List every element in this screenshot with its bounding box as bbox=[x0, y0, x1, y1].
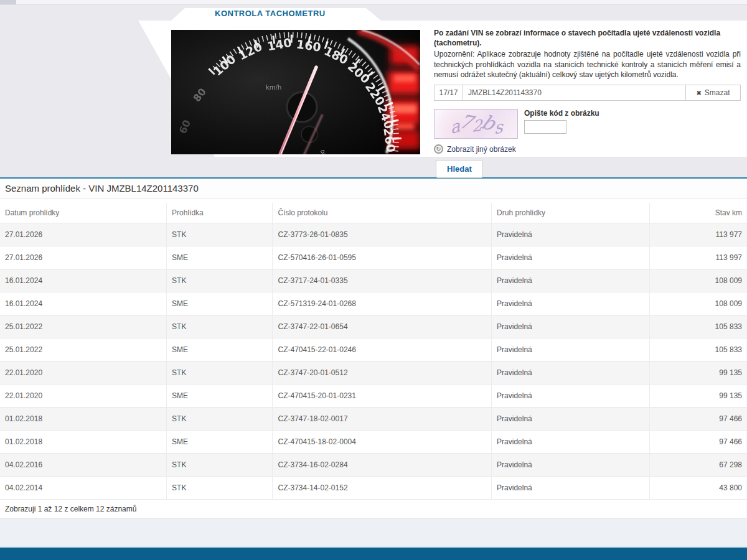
search-button[interactable]: Hledat bbox=[436, 160, 483, 178]
cell-inspection: STK bbox=[167, 315, 273, 338]
intro-warning: Upozornění: Aplikace zobrazuje hodnoty z… bbox=[434, 49, 741, 80]
top-strip bbox=[0, 0, 747, 5]
cell-km: 43 800 bbox=[650, 477, 747, 500]
cell-km: 67 298 bbox=[650, 454, 747, 477]
footer-bar bbox=[0, 548, 747, 560]
cell-type: Pravidelná bbox=[492, 477, 650, 500]
search-form: Po zadání VIN se zobrazí informace o sta… bbox=[434, 28, 741, 178]
cell-type: Pravidelná bbox=[492, 292, 650, 315]
cell-date: 01.02.2018 bbox=[0, 408, 167, 431]
cell-type: Pravidelná bbox=[492, 338, 650, 362]
table-row: 16.01.2024STKCZ-3717-24-01-0335Pravideln… bbox=[0, 269, 747, 292]
cell-km: 105 833 bbox=[650, 338, 747, 362]
table-row: 04.02.2014STKCZ-3734-14-02-0152Pravideln… bbox=[0, 477, 747, 500]
cell-km: 108 009 bbox=[650, 292, 747, 315]
captcha-code-text: a72bs bbox=[435, 110, 517, 138]
clear-button-label: Smazat bbox=[705, 88, 730, 97]
footer-strip bbox=[0, 518, 747, 548]
cell-inspection: SME bbox=[167, 292, 273, 315]
cell-protocol: CZ-3747-18-02-0017 bbox=[273, 408, 492, 431]
table-row: 27.01.2026SMECZ-570416-26-01-0595Pravide… bbox=[0, 246, 747, 269]
cell-date: 27.01.2026 bbox=[0, 246, 167, 269]
cell-date: 25.01.2022 bbox=[0, 338, 167, 362]
column-header-inspection: Prohlídka bbox=[167, 203, 273, 223]
page-title: KONTROLA TACHOMETRU bbox=[215, 9, 326, 18]
top-strip-corner bbox=[0, 0, 16, 4]
cell-protocol: CZ-3734-14-02-0152 bbox=[273, 477, 492, 500]
vin-char-counter: 17/17 bbox=[435, 85, 463, 100]
cell-date: 04.02.2016 bbox=[0, 454, 167, 477]
cell-inspection: SME bbox=[167, 431, 273, 454]
cell-protocol: CZ-3717-24-01-0335 bbox=[273, 269, 492, 292]
cell-km: 97 466 bbox=[650, 408, 747, 431]
table-row: 01.02.2018SMECZ-470415-18-02-0004Pravide… bbox=[0, 431, 747, 454]
cell-date: 22.01.2020 bbox=[0, 385, 167, 408]
table-row: 25.01.2022SMECZ-470415-22-01-0246Pravide… bbox=[0, 338, 747, 362]
captcha-zone: a72bs Opište kód z obrázku bbox=[434, 109, 741, 139]
inspections-table: Datum prohlídky Prohlídka Číslo protokol… bbox=[0, 203, 747, 499]
cell-date: 25.01.2022 bbox=[0, 315, 167, 338]
cell-protocol: CZ-470415-18-02-0004 bbox=[273, 431, 492, 454]
cell-protocol: CZ-3747-22-01-0654 bbox=[273, 315, 492, 338]
cell-type: Pravidelná bbox=[492, 315, 650, 338]
refresh-icon: ↻ bbox=[434, 144, 443, 154]
cell-type: Pravidelná bbox=[492, 223, 650, 246]
cell-inspection: SME bbox=[167, 246, 273, 269]
records-count-text: Zobrazuji 1 až 12 z celkem 12 záznamů bbox=[0, 499, 747, 518]
cell-km: 113 997 bbox=[650, 246, 747, 269]
cell-km: 97 466 bbox=[650, 431, 747, 454]
cell-km: 99 135 bbox=[650, 385, 747, 408]
vin-input[interactable] bbox=[463, 85, 685, 100]
refresh-captcha-link[interactable]: ↻ Zobrazit jiný obrázek bbox=[434, 144, 516, 154]
table-row: 04.02.2016STKCZ-3734-16-02-0284Pravideln… bbox=[0, 454, 747, 477]
cell-protocol: CZ-570416-26-01-0595 bbox=[273, 246, 492, 269]
cell-inspection: STK bbox=[167, 362, 273, 385]
table-row: 22.01.2020STKCZ-3747-20-01-0512Pravideln… bbox=[0, 362, 747, 385]
cell-km: 105 833 bbox=[650, 315, 747, 338]
cell-date: 04.02.2014 bbox=[0, 477, 167, 500]
clear-button[interactable]: ✖ Smazat bbox=[685, 85, 740, 100]
cell-date: 27.01.2026 bbox=[0, 223, 167, 246]
cell-type: Pravidelná bbox=[492, 362, 650, 385]
column-header-type: Druh prohlídky bbox=[492, 203, 650, 223]
table-header-row: Datum prohlídky Prohlídka Číslo protokol… bbox=[0, 203, 747, 223]
table-row: 27.01.2026STKCZ-3773-26-01-0835Pravideln… bbox=[0, 223, 747, 246]
cell-type: Pravidelná bbox=[492, 385, 650, 408]
cell-date: 16.01.2024 bbox=[0, 292, 167, 315]
gauge-unit-label: km/h bbox=[266, 84, 281, 91]
results-panel: Seznam prohlídek - VIN JMZBL14Z201143370… bbox=[0, 177, 747, 518]
intro-lead: Po zadání VIN se zobrazí informace o sta… bbox=[434, 28, 741, 48]
cell-km: 113 977 bbox=[650, 223, 747, 246]
column-header-km: Stav km bbox=[650, 203, 747, 223]
cell-km: 99 135 bbox=[650, 362, 747, 385]
page-header: KONTROLA TACHOMETRU bbox=[0, 0, 747, 177]
cell-type: Pravidelná bbox=[492, 408, 650, 431]
cell-inspection: STK bbox=[167, 408, 273, 431]
cell-type: Pravidelná bbox=[492, 431, 650, 454]
cell-protocol: CZ-470415-22-01-0246 bbox=[273, 338, 492, 362]
results-heading: Seznam prohlídek - VIN JMZBL14Z201143370 bbox=[0, 179, 747, 199]
table-row: 25.01.2022STKCZ-3747-22-01-0654Pravideln… bbox=[0, 315, 747, 338]
cell-inspection: STK bbox=[167, 269, 273, 292]
cell-inspection: SME bbox=[167, 338, 273, 362]
cell-km: 108 009 bbox=[650, 269, 747, 292]
captcha-input[interactable] bbox=[524, 120, 566, 134]
cell-protocol: CZ-470415-20-01-0231 bbox=[273, 385, 492, 408]
odometer-check-page: KONTROLA TACHOMETRU bbox=[0, 0, 747, 560]
cell-protocol: CZ-3773-26-01-0835 bbox=[273, 223, 492, 246]
column-header-date: Datum prohlídky bbox=[0, 203, 167, 223]
cell-protocol: CZ-3747-20-01-0512 bbox=[273, 362, 492, 385]
refresh-link-label: Zobrazit jiný obrázek bbox=[447, 145, 516, 154]
cell-inspection: STK bbox=[167, 223, 273, 246]
vin-input-group: 17/17 ✖ Smazat bbox=[434, 85, 741, 101]
cell-inspection: STK bbox=[167, 477, 273, 500]
table-row: 01.02.2018STKCZ-3747-18-02-0017Pravideln… bbox=[0, 408, 747, 431]
speedometer-image: 100120140160180200220240260 8060 km/h Di… bbox=[171, 30, 420, 154]
cell-inspection: STK bbox=[167, 454, 273, 477]
cell-type: Pravidelná bbox=[492, 269, 650, 292]
column-header-protocol: Číslo protokolu bbox=[273, 203, 492, 223]
clear-x-icon: ✖ bbox=[696, 90, 701, 96]
table-row: 22.01.2020SMECZ-470415-20-01-0231Pravide… bbox=[0, 385, 747, 408]
captcha-image: a72bs bbox=[434, 109, 518, 139]
cell-type: Pravidelná bbox=[492, 246, 650, 269]
